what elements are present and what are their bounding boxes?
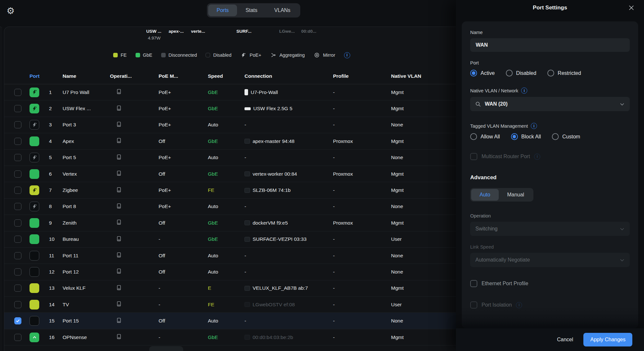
- ethernet-profile-checkbox[interactable]: [470, 280, 477, 287]
- close-icon[interactable]: [628, 4, 635, 11]
- tab-ports[interactable]: Ports: [208, 5, 237, 16]
- settings-gear-icon[interactable]: ⚙: [6, 6, 15, 16]
- column-header-connection[interactable]: Connection: [244, 73, 333, 79]
- legend-item: GbE: [136, 53, 152, 58]
- row-checkbox[interactable]: [14, 121, 21, 128]
- row-checkbox[interactable]: [14, 154, 21, 161]
- poe-mode: -: [159, 285, 208, 291]
- row-checkbox[interactable]: [14, 219, 21, 227]
- native-vlan-select[interactable]: WAN (20): [470, 97, 630, 111]
- radio-tagged-vlan-allow-all[interactable]: Allow All: [470, 133, 500, 140]
- legend-info-icon[interactable]: i: [344, 52, 350, 58]
- radio-tagged-vlan-block-all[interactable]: Block All: [511, 133, 541, 140]
- device-strip-label[interactable]: SURF...: [236, 29, 252, 34]
- table-row[interactable]: 11Port 11OffAuto--None: [4, 248, 456, 264]
- table-row[interactable]: 2USW Flex ...PoE+GbEUSW Flex 2.5G 5-Mgmt: [4, 100, 456, 117]
- port-status-legend: FEGbEDisconnectedDisabledPoE+Aggregating…: [113, 51, 350, 59]
- link-speed-select[interactable]: Automatically Negotiate: [470, 253, 630, 267]
- port-name: OPNsense: [63, 334, 110, 340]
- row-checkbox[interactable]: [14, 89, 21, 96]
- column-header-port[interactable]: Port: [30, 73, 63, 79]
- device-strip-label[interactable]: USW ...: [146, 29, 161, 34]
- port-number: 3: [45, 122, 63, 128]
- table-row[interactable]: 12Port 12OffAuto--None: [4, 264, 456, 280]
- device-strip-label[interactable]: 00:d0...: [301, 29, 316, 34]
- tab-vlans[interactable]: VLANs: [266, 5, 299, 16]
- poe-mode: Off: [159, 138, 208, 144]
- row-checkbox[interactable]: [14, 170, 21, 178]
- speed-value: Auto: [208, 204, 244, 209]
- ethernet-port-profile-checkbox-row[interactable]: Ethernet Port Profile: [470, 280, 630, 287]
- device-strip-label[interactable]: LGwe...: [279, 29, 295, 34]
- multicast-info-icon[interactable]: i: [534, 154, 540, 160]
- column-header-profile[interactable]: Profile: [333, 73, 391, 79]
- cancel-button[interactable]: Cancel: [557, 337, 573, 343]
- table-row[interactable]: 3Port 3PoE+Auto--None: [4, 117, 456, 133]
- port-isolation-checkbox[interactable]: [470, 301, 477, 309]
- poe-mode: PoE+: [159, 187, 208, 193]
- apply-changes-button[interactable]: Apply Changes: [583, 333, 632, 346]
- port-number: 16: [45, 334, 63, 340]
- speed-value: Auto: [208, 318, 244, 324]
- row-checkbox[interactable]: [14, 317, 21, 324]
- pagination-button-partial[interactable]: [149, 346, 183, 351]
- legend-item: Aggregating: [270, 52, 305, 58]
- poe-icon: [240, 52, 247, 58]
- radio-port-state-restricted[interactable]: Restricted: [547, 70, 581, 76]
- column-header-speed[interactable]: Speed: [208, 73, 244, 79]
- table-row[interactable]: 10Bureau-GbESURFACE-VEZPI 03:33-User: [4, 231, 456, 248]
- port-isolation-info-icon[interactable]: i: [516, 302, 522, 308]
- row-checkbox[interactable]: [14, 105, 21, 112]
- native-vlan-info-icon[interactable]: i: [521, 88, 527, 94]
- legend-label: FE: [121, 53, 127, 58]
- column-header-poe-mode[interactable]: PoE M...: [159, 73, 208, 79]
- column-header-operation[interactable]: Operati...: [110, 73, 159, 79]
- tab-stats[interactable]: Stats: [237, 5, 266, 16]
- row-checkbox[interactable]: [14, 301, 21, 308]
- port-isolation-checkbox-row[interactable]: Port Isolation i: [470, 301, 630, 309]
- table-row[interactable]: 5Port 5PoE+Auto--None: [4, 150, 456, 166]
- row-checkbox[interactable]: [14, 236, 21, 243]
- mode-segment-manual[interactable]: Manual: [499, 189, 532, 201]
- device-icon: [116, 252, 122, 259]
- radio-port-state-active[interactable]: Active: [470, 70, 495, 76]
- operation-select[interactable]: Switching: [470, 222, 630, 236]
- row-checkbox[interactable]: [14, 285, 21, 292]
- row-checkbox[interactable]: [14, 203, 21, 210]
- page: ⚙ Ports Stats VLANs USW ...apex-...verte…: [0, 0, 644, 351]
- connection-name: apex-master 94:48: [253, 138, 294, 144]
- table-row[interactable]: 13Velux KLF-EVELUX_KLF_AB7B ab:7-Mgmt: [4, 280, 456, 297]
- row-checkbox[interactable]: [14, 268, 21, 275]
- table-row[interactable]: 7ZigbeePoE+FESLZB-06M 74:1b-Mgmt: [4, 182, 456, 198]
- operation-cell: [110, 170, 159, 178]
- row-checkbox[interactable]: [14, 187, 21, 194]
- radio-port-state-disabled[interactable]: Disabled: [506, 70, 536, 76]
- name-input[interactable]: WAN: [470, 38, 630, 52]
- radio-label: Restricted: [558, 70, 581, 76]
- device-strip-label[interactable]: verte...: [191, 29, 205, 34]
- table-row[interactable]: 6VertexOffGbEvertex-worker 00:84ProxmoxM…: [4, 166, 456, 182]
- table-row[interactable]: 9ZenithOffGbEdockerVM f9:e5ProxmoxMgmt: [4, 215, 456, 231]
- column-header-native-vlan[interactable]: Native VLAN: [391, 73, 456, 79]
- tagged-vlan-info-icon[interactable]: i: [531, 123, 537, 129]
- table-row[interactable]: 1U7 Pro WallPoE+GbEU7-Pro-Wall-Mgmt: [4, 84, 456, 100]
- radio-tagged-vlan-custom[interactable]: Custom: [552, 133, 580, 140]
- row-checkbox[interactable]: [14, 138, 21, 145]
- table-row[interactable]: 15Port 15OffAuto--None: [4, 313, 456, 329]
- native-vlan-value: None: [391, 253, 456, 259]
- table-row[interactable]: 8Port 8PoE+Auto--None: [4, 199, 456, 215]
- legend-item: Disconnected: [161, 53, 197, 58]
- operation-cell: [110, 154, 159, 161]
- row-checkbox[interactable]: [14, 334, 21, 341]
- table-row[interactable]: 16OPNsense-GbE00:d0:b4:03:be:2b-Mgmt: [4, 329, 456, 345]
- device-icon: [116, 170, 122, 178]
- row-checkbox[interactable]: [14, 252, 21, 259]
- table-row[interactable]: 14TV-FELGwebOSTV ef:08-User: [4, 297, 456, 313]
- multicast-checkbox[interactable]: [470, 153, 477, 160]
- mode-segment-auto[interactable]: Auto: [471, 189, 499, 201]
- table-row[interactable]: 4ApexOffGbEapex-master 94:48ProxmoxMgmt: [4, 133, 456, 149]
- multicast-router-port-checkbox-row[interactable]: Multicast Router Port i: [470, 153, 630, 160]
- device-strip-label[interactable]: apex-...: [169, 29, 184, 34]
- column-header-name[interactable]: Name: [63, 73, 110, 79]
- poe-power-draw: 4.97W: [148, 36, 161, 41]
